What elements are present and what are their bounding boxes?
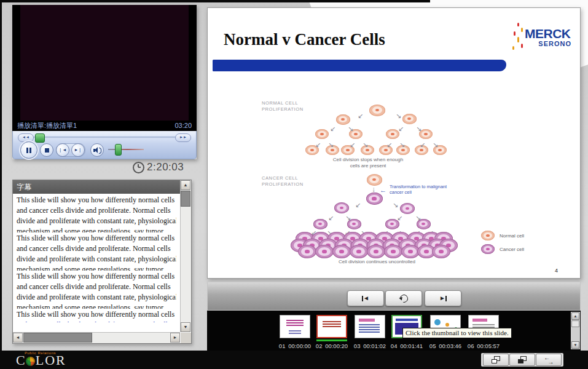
subtitle-paragraph: This slide will show you how differently… [17, 195, 176, 232]
pause-button[interactable] [20, 141, 37, 159]
subtitle-line: mechanism and some gene regulations, say… [17, 264, 176, 271]
division-arrow-icon: ↙ [355, 202, 361, 208]
cancer-cell-graphic [367, 245, 385, 258]
legend-cancer-cell-icon [481, 244, 495, 254]
cancer-cell-graphic [432, 245, 450, 258]
fullscreen-icon [518, 356, 527, 363]
division-arrow-icon: ↙ [350, 141, 355, 148]
cell-diagram: NORMAL CELL PROLIFERATION Cell division … [208, 8, 580, 278]
rewind-button[interactable]: ◄◄ [18, 133, 34, 142]
thumb-scroll-thumb[interactable] [571, 320, 579, 327]
subtitle-line: and cancer cells divide and proliferate.… [17, 205, 176, 216]
subtitle-line: This slide will show you how differently… [17, 195, 176, 205]
normal-cell-graphic [315, 129, 329, 139]
transformation-label: Transformation to malignant cancer cell [390, 184, 451, 195]
subtitle-line: and cancer cells divide and proliferate.… [17, 244, 176, 254]
legend-normal-label: Normal cell [500, 233, 524, 239]
slide-thumbnail[interactable] [355, 315, 385, 338]
legend-cancer-label: Cancer cell [500, 247, 524, 252]
division-arrow-icon: ↘ [399, 141, 405, 148]
previous-track-button[interactable]: ❘◄ [56, 143, 69, 157]
thumbnail-tooltip: Click the thumbnail to view this slide. [402, 328, 512, 338]
timer-text: 2:20:03 [147, 161, 184, 173]
elapsed-timer: 2:20:03 [133, 161, 184, 173]
pause-icon [26, 148, 31, 153]
division-arrow-icon: ↘ [345, 215, 351, 221]
division-arrow-icon: ↘ [348, 125, 353, 132]
subtitle-text: This slide will show you how differently… [13, 194, 180, 322]
fullscreen-button[interactable] [509, 354, 535, 366]
normal-cell-graphic [367, 174, 382, 186]
scrollbar-corner [181, 333, 191, 343]
scroll-left-button[interactable]: ◄ [13, 333, 23, 343]
slide-thumbnail[interactable] [280, 315, 310, 338]
cancer-caption: Cell division continues uncontrolled [323, 259, 431, 265]
subtitle-line: This slide will show you how differently… [17, 271, 176, 282]
swap-arrows-icon: ←→ [544, 355, 554, 364]
previous-icon: ❘◄ [59, 148, 67, 153]
subtitle-vertical-scrollbar[interactable]: ▲ ▼ [180, 180, 191, 332]
scroll-right-button[interactable]: ► [170, 333, 180, 343]
next-slide-icon [445, 296, 447, 301]
footer-bar: C LOR Public Relations ←→ [0, 351, 588, 369]
division-arrow-icon: ↙ [315, 141, 321, 148]
division-arrow-icon: ↙ [386, 141, 392, 148]
media-controls: ◄◄ ►► ❘◄ ►❘ [12, 131, 197, 159]
next-slide-button[interactable]: ► [425, 290, 461, 306]
sync-icon [398, 293, 409, 304]
subtitle-panel: 字幕 This slide will show you how differen… [12, 180, 192, 344]
scroll-down-button[interactable]: ▼ [181, 322, 190, 332]
scroll-up-button[interactable]: ▲ [181, 180, 190, 190]
thumb-scroll-down-button[interactable]: ▼ [571, 341, 579, 349]
logo-tagline: Public Relations [25, 351, 56, 355]
stop-button[interactable] [40, 143, 53, 157]
swap-layout-button[interactable]: ←→ [536, 354, 562, 366]
fast-forward-button[interactable]: ►► [175, 133, 191, 142]
volume-slider[interactable] [108, 149, 144, 150]
normal-caption: Cell division stops when enough cells ar… [328, 157, 408, 169]
thumbnail-label: 05 00:03:46 [425, 343, 466, 349]
division-arrow-icon: ↘ [328, 141, 334, 148]
slide-page-mark: 4 [555, 268, 558, 274]
slide-panel: Normal v Cancer Cells MERCK SERONO NORMA… [207, 7, 581, 279]
subtitle-line: mechanism and some gene regulations, say… [17, 226, 176, 232]
thumb-scroll-up-button[interactable]: ▲ [571, 312, 579, 320]
mute-button[interactable] [90, 143, 104, 157]
normal-proliferation-label: NORMAL CELL PROLIFERATION [262, 100, 311, 113]
popup-window-icon [492, 356, 500, 363]
subtitle-line: This slide will show you how differently… [17, 309, 176, 320]
division-arrow-icon: ↘ [433, 141, 438, 148]
video-picture [20, 5, 189, 121]
seek-slider[interactable]: ◄◄ ►► [13, 133, 196, 141]
popup-window-button[interactable] [483, 354, 509, 366]
subtitle-horizontal-scrollbar[interactable]: ◄ ► [13, 332, 180, 343]
horizontal-scroll-thumb[interactable] [23, 333, 92, 343]
division-arrow-icon: ↙ [398, 125, 404, 132]
previous-slide-button[interactable]: ◄ [347, 290, 384, 306]
logo-letter-c: C [16, 352, 25, 368]
cancer-cell-graphic [315, 245, 334, 258]
thumbnail-strip: 01 00:00:0002 00:00:2003 00:01:0204 00:0… [207, 311, 581, 351]
cancer-cell-graphic [298, 245, 316, 258]
normal-cell-graphic [336, 114, 350, 125]
thumbnail-label: 04 00:01:41 [386, 343, 427, 349]
next-track-button[interactable]: ►❘ [71, 143, 85, 157]
subtitle-line: and cancer cells divide and proliferate.… [17, 282, 176, 292]
vertical-scroll-thumb[interactable] [181, 191, 190, 207]
volume-thumb[interactable] [115, 144, 122, 156]
thumbnail-scrollbar[interactable]: ▲ ▼ [571, 312, 580, 349]
division-arrow-icon: ↘ [416, 125, 421, 132]
video-screen[interactable] [12, 5, 197, 121]
cancer-cell-graphic [400, 203, 415, 214]
footer-buttons: ←→ [481, 353, 563, 367]
thumbnail-row: 01 00:00:0002 00:00:2003 00:01:0204 00:0… [207, 311, 581, 351]
division-arrow-icon: ↙ [420, 141, 425, 148]
cancer-proliferation-label: CANCER CELL PROLIFERATION [262, 175, 311, 188]
slide-thumbnail[interactable] [316, 315, 347, 338]
clock-icon [133, 162, 144, 173]
cancer-cell-graphic [313, 219, 327, 229]
sync-slide-button[interactable] [385, 290, 422, 306]
transformation-arrow-icon: ← [380, 186, 386, 194]
subtitle-line: mechanism and some gene regulations, say… [17, 303, 176, 309]
normal-cell-graphic [369, 105, 385, 116]
